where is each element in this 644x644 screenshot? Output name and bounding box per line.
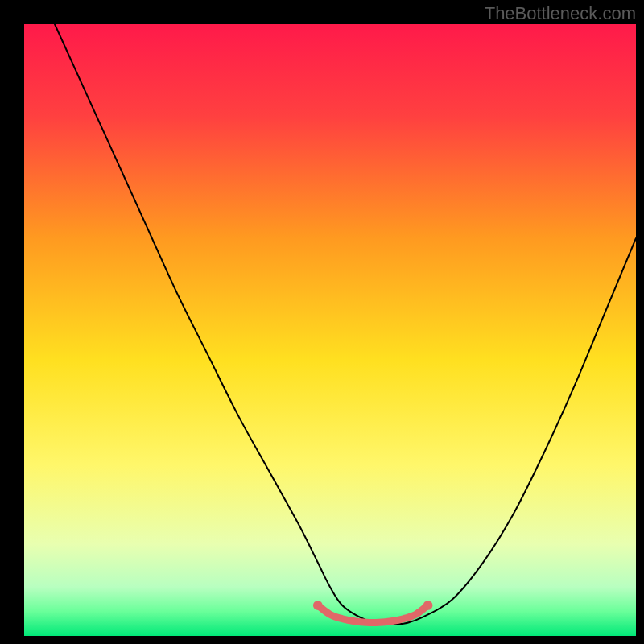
chart-background [24,24,636,636]
optimal-zone-end-dot [423,601,433,610]
optimal-zone-end-dot [313,601,323,610]
watermark-text: TheBottleneck.com [485,3,636,24]
chart-plot-area [24,24,636,636]
chart-svg [24,24,636,636]
